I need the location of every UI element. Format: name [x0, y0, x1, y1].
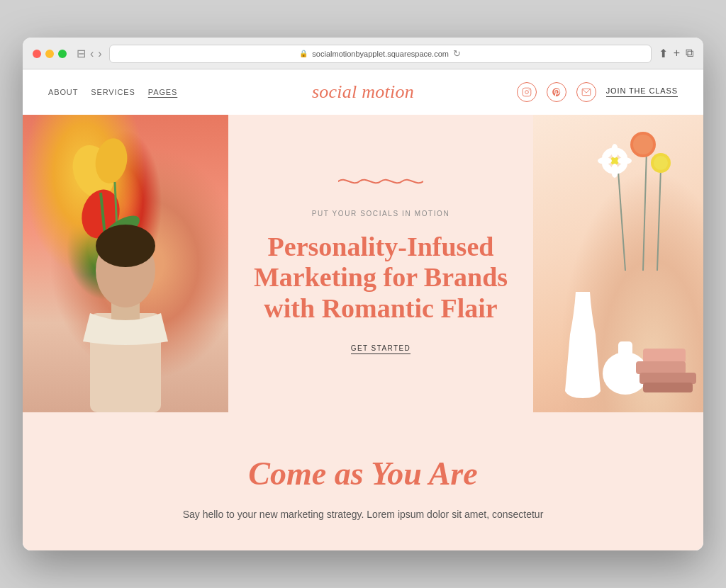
back-button[interactable]: ‹: [90, 48, 94, 60]
site-logo[interactable]: social motion: [312, 81, 414, 103]
come-title: Come as You Are: [51, 455, 675, 492]
svg-point-29: [654, 156, 668, 170]
forward-button[interactable]: ›: [98, 48, 101, 60]
instagram-icon-btn[interactable]: [517, 82, 537, 102]
second-section: Come as You Are Say hello to your new ma…: [23, 412, 703, 550]
nav-item-pages[interactable]: PAGES: [148, 88, 178, 96]
person-figure: [55, 143, 196, 412]
site-header: ABOUT SERVICES PAGES social motion: [23, 69, 703, 115]
svg-rect-31: [618, 341, 632, 373]
hero-image-left-inner: [23, 115, 228, 412]
url-text: socialmotionbyapplet.squarespace.com: [312, 50, 449, 58]
lock-icon: 🔒: [299, 50, 308, 57]
pedestal-blocks: [636, 334, 700, 398]
share-icon[interactable]: ⬆: [659, 47, 668, 60]
pinterest-icon-btn[interactable]: [547, 82, 566, 102]
browser-chrome: ⊟ ‹ › 🔒 socialmotionbyapplet.squarespace…: [23, 38, 703, 69]
svg-rect-35: [643, 383, 693, 392]
svg-point-13: [96, 225, 155, 267]
svg-point-2: [528, 89, 529, 90]
nav-left: ABOUT SERVICES PAGES: [48, 88, 177, 96]
wave-svg: [338, 173, 423, 190]
hero-image-right: [533, 115, 703, 412]
wave-decoration: [338, 173, 423, 193]
svg-point-1: [525, 90, 528, 94]
hero-title: Personality-Infused Marketing for Brands…: [250, 232, 512, 324]
hero-section: PUT YOUR SOCIALS IN MOTION Personality-I…: [23, 115, 703, 412]
svg-rect-34: [640, 373, 696, 384]
svg-line-14: [618, 171, 625, 271]
nav-item-services[interactable]: SERVICES: [91, 88, 135, 96]
reload-icon[interactable]: ↻: [453, 48, 461, 59]
new-tab-icon[interactable]: +: [674, 47, 680, 60]
hero-image-left: [23, 115, 228, 412]
site-header-wrapper: ABOUT SERVICES PAGES social motion: [23, 69, 703, 115]
svg-rect-32: [643, 349, 686, 363]
dot-minimize[interactable]: [45, 50, 54, 58]
hero-center: PUT YOUR SOCIALS IN MOTION Personality-I…: [228, 115, 533, 412]
dot-maximize[interactable]: [58, 50, 67, 58]
hero-sub-label: PUT YOUR SOCIALS IN MOTION: [312, 210, 450, 217]
tabs-icon[interactable]: ⧉: [686, 47, 693, 60]
get-started-button[interactable]: GET STARTED: [351, 344, 411, 354]
browser-dots: [33, 50, 67, 58]
svg-line-15: [643, 150, 647, 271]
browser-window: ⊟ ‹ › 🔒 socialmotionbyapplet.squarespace…: [23, 38, 703, 550]
website-content: ABOUT SERVICES PAGES social motion: [23, 69, 703, 550]
svg-point-27: [633, 135, 653, 154]
svg-line-16: [657, 168, 661, 271]
join-class-button[interactable]: JOIN THE CLASS: [606, 86, 678, 97]
browser-actions: ⬆ + ⧉: [659, 47, 693, 60]
email-icon: [581, 87, 591, 97]
browser-controls: ⊟ ‹ ›: [77, 48, 102, 60]
dot-close[interactable]: [33, 50, 41, 58]
nav-right: JOIN THE CLASS: [517, 82, 678, 102]
email-icon-btn[interactable]: [576, 82, 596, 102]
svg-rect-33: [636, 361, 686, 374]
address-bar[interactable]: 🔒 socialmotionbyapplet.squarespace.com ↻: [109, 45, 652, 63]
hero-image-right-inner: [533, 115, 703, 412]
come-subtitle: Say hello to your new marketing strategy…: [51, 507, 675, 522]
svg-rect-0: [523, 88, 531, 96]
pinterest-icon: [552, 87, 562, 97]
instagram-icon: [522, 87, 532, 97]
flower-arrangement: [562, 129, 703, 306]
window-icon[interactable]: ⊟: [77, 48, 86, 60]
nav-item-about[interactable]: ABOUT: [48, 88, 78, 96]
